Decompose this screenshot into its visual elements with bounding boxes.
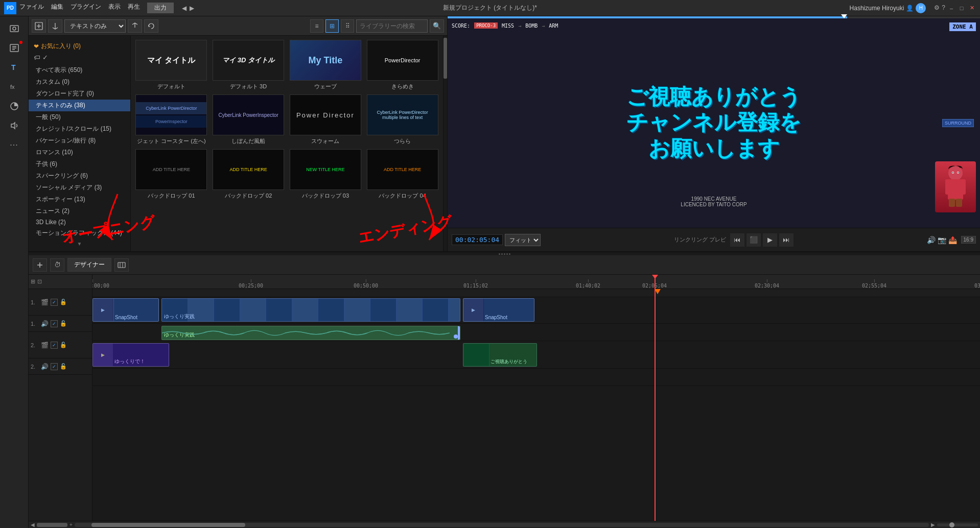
nav-color[interactable]: [4, 97, 25, 115]
menu-plugin[interactable]: プラグイン: [71, 3, 101, 13]
scroll-left-btn[interactable]: ◀: [31, 522, 35, 527]
refresh-btn[interactable]: [144, 19, 158, 33]
nav-audio[interactable]: [4, 116, 25, 135]
close-btn[interactable]: ✕: [968, 4, 976, 12]
clip-video2-1[interactable]: ▶ ゆっくりで！: [92, 343, 169, 367]
menu-output[interactable]: 出力: [147, 3, 174, 13]
track-1-audio-lock[interactable]: 🔓: [60, 320, 67, 327]
lib-item-default[interactable]: マイ タイトル デフォルト: [135, 40, 208, 90]
scroll-right-btn[interactable]: ▶: [931, 522, 935, 527]
menu-edit[interactable]: 編集: [51, 3, 63, 13]
sidebar-sporty[interactable]: スポーティー (13): [29, 194, 130, 205]
lib-item-backdrop03[interactable]: NEW TITLE HERE バックドロップ 03: [289, 149, 362, 200]
import-btn[interactable]: [32, 19, 46, 33]
restore-btn[interactable]: □: [958, 4, 966, 12]
download-btn[interactable]: [48, 19, 62, 33]
sidebar-all[interactable]: すべて表示 (650): [29, 64, 130, 76]
sidebar-general[interactable]: 一般 (50): [29, 111, 130, 123]
lib-item-backdrop01[interactable]: ADD TITLE HERE バックドロップ 01: [135, 149, 208, 200]
sidebar-motion[interactable]: モーショングラフィックス (44): [29, 227, 130, 239]
filter-select[interactable]: テキストのみ: [64, 19, 126, 33]
menu-play[interactable]: 再生: [128, 3, 140, 13]
sidebar-sparkling[interactable]: スパークリング (6): [29, 170, 130, 182]
search-btn[interactable]: 🔍: [430, 19, 444, 33]
lib-item-backdrop02[interactable]: ADD TITLE HERE バックドロップ 02: [212, 149, 285, 200]
sidebar-romance[interactable]: ロマンス (10): [29, 147, 130, 158]
clip-audio-1[interactable]: ゆっくり実践: [161, 326, 460, 340]
clip-snapshot-1[interactable]: ▶ SnapShot: [92, 298, 159, 322]
nav-edit[interactable]: [4, 39, 25, 57]
track-1-check[interactable]: [51, 299, 58, 306]
zoom-plus-btn[interactable]: +: [69, 522, 73, 527]
lib-item-coaster[interactable]: CyberLink PowerDirector PowerInspector ジ…: [135, 94, 208, 145]
track-2-audio-lock[interactable]: 🔓: [60, 363, 67, 370]
sidebar-downloaded[interactable]: ダウンロード完了 (0): [29, 88, 130, 100]
zoom-slider[interactable]: [937, 523, 978, 526]
sidebar-social[interactable]: ソーシャル メディア (3): [29, 182, 130, 194]
fit-select[interactable]: フィット: [505, 234, 541, 246]
nav-more[interactable]: ···: [4, 136, 25, 154]
nav-fx[interactable]: fx: [4, 78, 25, 96]
lib-item-swarm[interactable]: Power Director スウォーム: [289, 94, 362, 145]
tl-zoom-in[interactable]: ⊞: [31, 278, 35, 285]
clip-snapshot-2[interactable]: ▶ SnapShot: [463, 298, 534, 322]
timeline-scroll[interactable]: 00;00;00;00 00;25;00 00;50;00 01;15;02 0…: [92, 275, 980, 521]
track-2-icon[interactable]: 🎬: [41, 342, 49, 349]
view-list-btn[interactable]: ≡: [310, 19, 323, 33]
settings-icon[interactable]: ⚙: [934, 4, 940, 12]
sidebar-kids[interactable]: 子供 (6): [29, 158, 130, 170]
nav-text[interactable]: T: [4, 58, 25, 77]
tl-history-btn[interactable]: ⏱: [50, 258, 64, 272]
sidebar-vacation[interactable]: バケーション/旅行 (8): [29, 135, 130, 147]
lib-item-wave[interactable]: My Title ウェーブ: [289, 40, 362, 90]
menu-view[interactable]: 表示: [108, 3, 121, 13]
view-grid-btn[interactable]: ⊞: [325, 19, 339, 33]
tl-storyboard-btn[interactable]: [114, 258, 129, 272]
check-icon[interactable]: ✓: [42, 54, 48, 61]
sidebar-3dlike[interactable]: 3D Like (2): [29, 217, 130, 227]
lib-item-backdrop04[interactable]: ADD TITLE HERE バックドロップ 04: [366, 149, 439, 200]
clip-overlay[interactable]: ご視聴ありがとう: [463, 343, 537, 367]
prev-fast-forward-btn[interactable]: ⏭: [779, 233, 794, 247]
track-1-lock[interactable]: 🔓: [60, 299, 67, 305]
tl-add-track-btn[interactable]: [33, 258, 47, 272]
lib-item-ship[interactable]: CyberLink PowerInspector しぼんだ風船: [212, 94, 285, 145]
tl-fit[interactable]: ⊡: [37, 278, 42, 285]
scroll-track[interactable]: [75, 523, 929, 527]
user-icon[interactable]: 👤: [906, 5, 914, 12]
sidebar-custom[interactable]: カスタム (0): [29, 76, 130, 88]
view-large-btn[interactable]: ⠿: [341, 19, 354, 33]
sidebar-credits[interactable]: クレジット/スクロール (15): [29, 123, 130, 135]
snapshot-icon[interactable]: 📷: [938, 236, 946, 244]
track-1-audio-icon[interactable]: 🔊: [41, 320, 49, 327]
help-icon[interactable]: ?: [942, 4, 945, 12]
nav-back[interactable]: ◀: [182, 5, 186, 12]
lib-item-sparkle[interactable]: PowerDirector きらめき: [366, 40, 439, 90]
track-2-lock[interactable]: 🔓: [60, 342, 67, 348]
minimize-btn[interactable]: –: [947, 4, 955, 12]
volume-icon[interactable]: 🔊: [927, 236, 936, 244]
nav-forward[interactable]: ▶: [190, 5, 194, 12]
export-btn[interactable]: [128, 19, 142, 33]
sidebar-news[interactable]: ニュース (2): [29, 205, 130, 217]
menu-file[interactable]: ファイル: [19, 3, 44, 13]
track-1-audio-check[interactable]: [51, 320, 58, 327]
sidebar-text-only[interactable]: テキストのみ (38): [29, 100, 130, 111]
tl-tab-designer[interactable]: デザイナー: [67, 258, 111, 272]
lib-item-3d[interactable]: マイ 3D タイトル デフォルト 3D: [212, 40, 285, 90]
library-search[interactable]: [356, 19, 428, 33]
clip-main-video[interactable]: ゆっくり実践: [161, 298, 460, 322]
nav-capture[interactable]: [4, 19, 25, 38]
track-2-audio-check[interactable]: [51, 363, 58, 370]
prev-start-btn[interactable]: ⏮: [730, 233, 744, 247]
track-2-check[interactable]: [51, 342, 58, 349]
playhead[interactable]: [655, 275, 656, 521]
track-2-audio-icon[interactable]: 🔊: [41, 363, 49, 370]
lib-item-icicle[interactable]: CyberLink PowerDirectormultiple lines of…: [366, 94, 439, 145]
prev-frame-back-btn[interactable]: ⬛: [746, 233, 761, 247]
tag-icon[interactable]: 🏷: [34, 54, 40, 61]
library-scrollbar[interactable]: [443, 36, 447, 251]
prev-play-btn[interactable]: ▶: [763, 233, 777, 247]
share-icon[interactable]: 📤: [948, 236, 957, 244]
track-1-icon[interactable]: 🎬: [41, 299, 49, 306]
